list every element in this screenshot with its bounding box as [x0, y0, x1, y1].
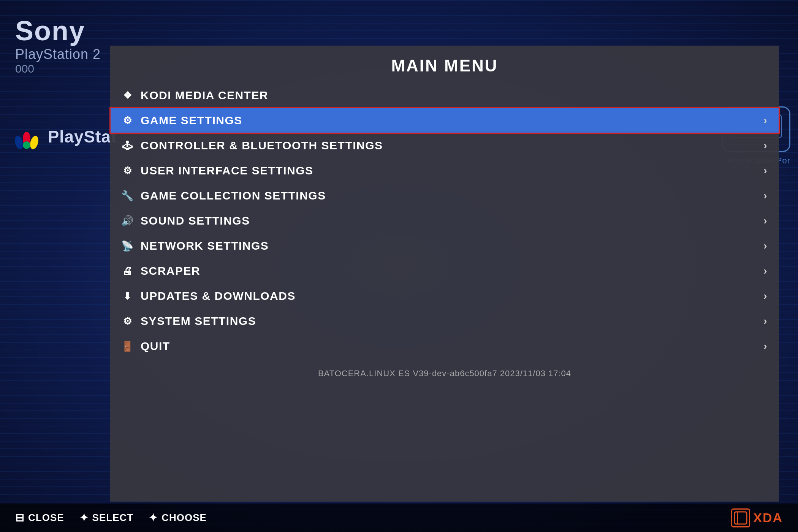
menu-icon-updates: ⬇ [122, 290, 134, 302]
menu-footer: BATOCERA.LINUX ES V39-dev-ab6c500fa7 202… [110, 363, 779, 385]
control-label-choose: CHOOSE [162, 512, 207, 524]
menu-icon-quit: 🚪 [122, 340, 134, 352]
menu-chevron-updates: › [763, 290, 768, 302]
menu-chevron-scraper: › [763, 265, 768, 277]
menu-chevron-sound: › [763, 215, 768, 227]
playstation-logo-area: PlayStat [0, 114, 129, 160]
menu-label-game-settings: GAME SETTINGS [141, 114, 242, 127]
menu-chevron-ui-settings: › [763, 165, 768, 177]
control-choose[interactable]: ✦CHOOSE [149, 511, 207, 524]
svg-rect-4 [735, 512, 747, 524]
menu-item-kodi[interactable]: ❖KODI MEDIA CENTER [110, 83, 779, 108]
model-label: 000 [15, 62, 101, 75]
bottom-bar: ⊟CLOSE✦SELECT✦CHOOSE XDA [0, 504, 798, 532]
menu-label-collection: GAME COLLECTION SETTINGS [141, 189, 326, 202]
menu-item-left-sound: 🔊SOUND SETTINGS [122, 214, 250, 227]
menu-icon-sound: 🔊 [122, 215, 134, 227]
platform-label: PlayStation 2 [15, 46, 101, 62]
control-label-close: CLOSE [28, 512, 64, 524]
menu-chevron-controller: › [763, 139, 768, 152]
control-icon-close: ⊟ [15, 511, 24, 524]
menu-item-network[interactable]: 📡NETWORK SETTINGS› [110, 233, 779, 258]
menu-icon-game-settings: ⚙ [122, 114, 134, 127]
menu-chevron-collection: › [763, 190, 768, 202]
svg-point-2 [29, 135, 40, 150]
menu-chevron-game-settings: › [763, 114, 768, 127]
menu-label-ui-settings: USER INTERFACE SETTINGS [141, 164, 314, 177]
menu-item-collection[interactable]: 🔧GAME COLLECTION SETTINGS› [110, 183, 779, 208]
menu-label-kodi: KODI MEDIA CENTER [141, 89, 268, 102]
menu-item-left-ui-settings: ⚙USER INTERFACE SETTINGS [122, 164, 314, 177]
menu-item-ui-settings[interactable]: ⚙USER INTERFACE SETTINGS› [110, 158, 779, 183]
menu-item-quit[interactable]: 🚪QUIT› [110, 334, 779, 359]
menu-item-left-controller: 🕹CONTROLLER & BLUETOOTH SETTINGS [122, 139, 383, 152]
menu-label-scraper: SCRAPER [141, 264, 200, 277]
menu-chevron-network: › [763, 240, 768, 252]
xda-text-label: XDA [753, 510, 783, 525]
menu-item-scraper[interactable]: 🖨SCRAPER› [110, 258, 779, 283]
menu-icon-controller: 🕹 [122, 139, 134, 152]
playstation-icon [11, 122, 42, 152]
menu-chevron-system: › [763, 315, 768, 327]
control-label-select: SELECT [92, 512, 134, 524]
menu-label-updates: UPDATES & DOWNLOADS [141, 290, 296, 302]
menu-icon-system: ⚙ [122, 315, 134, 327]
svg-point-3 [23, 141, 30, 149]
control-icon-choose: ✦ [149, 511, 158, 524]
menu-item-left-quit: 🚪QUIT [122, 340, 170, 353]
menu-item-left-kodi: ❖KODI MEDIA CENTER [122, 89, 268, 102]
menu-label-quit: QUIT [141, 340, 170, 353]
main-menu-panel: MAIN MENU ❖KODI MEDIA CENTER⚙GAME SETTIN… [110, 46, 779, 502]
menu-item-left-scraper: 🖨SCRAPER [122, 264, 200, 277]
menu-item-updates[interactable]: ⬇UPDATES & DOWNLOADS› [110, 283, 779, 309]
branding-area: Sony PlayStation 2 000 [15, 15, 101, 75]
menu-list: ❖KODI MEDIA CENTER⚙GAME SETTINGS›🕹CONTRO… [110, 83, 779, 363]
svg-point-0 [14, 135, 25, 150]
menu-title: MAIN MENU [110, 46, 779, 83]
menu-icon-kodi: ❖ [122, 89, 134, 101]
menu-item-left-game-settings: ⚙GAME SETTINGS [122, 114, 242, 127]
control-icon-select: ✦ [79, 511, 89, 524]
menu-label-system: SYSTEM SETTINGS [141, 315, 256, 328]
menu-chevron-quit: › [763, 340, 768, 352]
menu-label-sound: SOUND SETTINGS [141, 214, 250, 227]
xda-logo: XDA [731, 508, 783, 527]
menu-item-game-settings[interactable]: ⚙GAME SETTINGS› [110, 108, 779, 133]
menu-icon-network: 📡 [122, 240, 134, 252]
xda-bracket-icon [734, 511, 747, 525]
menu-icon-scraper: 🖨 [122, 265, 134, 277]
menu-item-left-system: ⚙SYSTEM SETTINGS [122, 315, 256, 328]
control-select[interactable]: ✦SELECT [79, 511, 134, 524]
menu-item-left-updates: ⬇UPDATES & DOWNLOADS [122, 290, 296, 302]
menu-item-left-collection: 🔧GAME COLLECTION SETTINGS [122, 189, 326, 202]
menu-item-left-network: 📡NETWORK SETTINGS [122, 239, 269, 252]
menu-label-network: NETWORK SETTINGS [141, 239, 269, 252]
xda-box-icon [731, 508, 750, 527]
sony-label: Sony [15, 15, 101, 46]
playstation-label: PlayStat [48, 127, 117, 146]
bottom-controls: ⊟CLOSE✦SELECT✦CHOOSE [15, 511, 207, 524]
menu-item-system[interactable]: ⚙SYSTEM SETTINGS› [110, 309, 779, 334]
control-close[interactable]: ⊟CLOSE [15, 511, 64, 524]
menu-icon-collection: 🔧 [122, 190, 134, 202]
menu-label-controller: CONTROLLER & BLUETOOTH SETTINGS [141, 139, 383, 152]
menu-icon-ui-settings: ⚙ [122, 165, 134, 177]
menu-item-sound[interactable]: 🔊SOUND SETTINGS› [110, 208, 779, 233]
menu-item-controller[interactable]: 🕹CONTROLLER & BLUETOOTH SETTINGS› [110, 133, 779, 158]
